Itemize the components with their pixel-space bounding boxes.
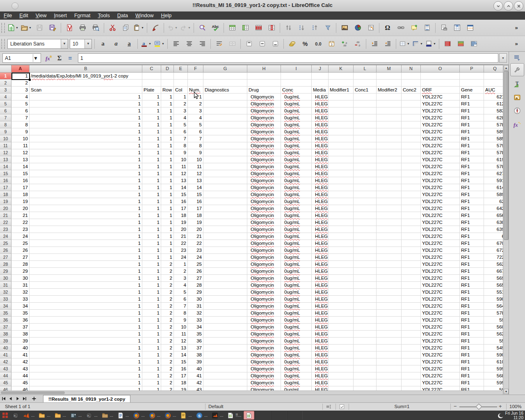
cell-C37[interactable]: 1	[142, 324, 161, 331]
cell-E33[interactable]: 6	[174, 296, 188, 303]
cell-M16[interactable]	[377, 177, 402, 184]
cell-E30[interactable]: 3	[174, 275, 188, 282]
cell-H26[interactable]: Oligomycin	[247, 247, 281, 254]
cell-H44[interactable]: Oligomycin	[247, 372, 281, 379]
dropdown-arrow-icon[interactable]: ▼	[141, 26, 144, 29]
cell-L41[interactable]	[354, 352, 377, 358]
cell-G31[interactable]	[203, 282, 247, 289]
row-header-21[interactable]: 21	[0, 212, 11, 219]
font-size-dropdown-icon[interactable]: ▼	[84, 39, 91, 48]
cell-C20[interactable]: 1	[142, 205, 161, 212]
cell-J21[interactable]: HLEG	[312, 212, 329, 219]
cell-G27[interactable]	[203, 254, 247, 261]
cell-E5[interactable]: 2	[174, 100, 188, 107]
cell-F8[interactable]: 5	[188, 121, 203, 128]
borders-button[interactable]: ▼	[398, 38, 411, 50]
navigator-tab[interactable]	[511, 105, 524, 117]
cell-E18[interactable]: 15	[174, 191, 188, 198]
insert-mode-icon[interactable]	[326, 404, 332, 410]
cell-P5[interactable]: RF1	[460, 100, 484, 107]
cell-N31[interactable]	[402, 282, 421, 289]
row-header-26[interactable]: 26	[0, 247, 11, 254]
cell-H37[interactable]: Oligomycin	[247, 324, 281, 331]
cell-A10[interactable]: 10	[11, 135, 30, 142]
cell-G4[interactable]	[203, 94, 247, 100]
menu-tools[interactable]: Tools	[94, 11, 113, 20]
cell-F9[interactable]: 6	[188, 128, 203, 135]
equals-button[interactable]: =	[65, 53, 75, 63]
cell-K32[interactable]	[329, 289, 354, 296]
cell-O3[interactable]: ORF	[421, 87, 460, 94]
cell-J2[interactable]	[312, 80, 329, 87]
cell-G7[interactable]	[203, 114, 247, 121]
cell-B24[interactable]: 1	[30, 233, 142, 240]
cell-N17[interactable]	[402, 184, 421, 191]
row-header-41[interactable]: 41	[0, 352, 11, 358]
cell-G38[interactable]	[203, 331, 247, 338]
cell-N32[interactable]	[402, 289, 421, 296]
cell-N14[interactable]	[402, 163, 421, 170]
cell-K6[interactable]	[329, 107, 354, 114]
cell-M14[interactable]	[377, 163, 402, 170]
cell-J44[interactable]: HLEG	[312, 372, 329, 379]
cell-J37[interactable]: HLEG	[312, 324, 329, 331]
column-header-P[interactable]: P	[460, 65, 484, 73]
cell-Q20[interactable]: 642	[484, 205, 503, 212]
sort-ascending-button[interactable]	[295, 22, 308, 34]
cell-O13[interactable]: YDL227C	[421, 156, 460, 163]
currency-button[interactable]	[286, 38, 298, 50]
cell-G44[interactable]	[203, 372, 247, 379]
cell-J9[interactable]: HLEG	[312, 128, 329, 135]
cell-B6[interactable]: 1	[30, 107, 142, 114]
row-header-20[interactable]: 20	[0, 205, 11, 212]
cell-K14[interactable]	[329, 163, 354, 170]
cell-M25[interactable]	[377, 240, 402, 247]
cell-H21[interactable]: Oligomycin	[247, 212, 281, 219]
column-header-N[interactable]: N	[402, 65, 421, 73]
menu-format[interactable]: Format	[71, 11, 94, 20]
cell-H34[interactable]: Oligomycin	[247, 303, 281, 310]
cell-A39[interactable]: 39	[11, 338, 30, 345]
toolbar-grip[interactable]	[1, 39, 5, 49]
cell-A2[interactable]: 2	[11, 80, 30, 87]
cell-C44[interactable]: 1	[142, 372, 161, 379]
cell-I36[interactable]: 0ug/mL	[281, 317, 312, 324]
cell-H35[interactable]: Oligomycin	[247, 310, 281, 317]
menu-view[interactable]: View	[32, 11, 50, 20]
cell-Q27[interactable]: 722	[484, 254, 503, 261]
cell-Q31[interactable]: 565	[484, 282, 503, 289]
cell-B8[interactable]: 1	[30, 121, 142, 128]
cell-M28[interactable]	[377, 261, 402, 268]
cell-Q25[interactable]: 670	[484, 240, 503, 247]
cell-D36[interactable]: 2	[161, 317, 174, 324]
cell-D16[interactable]: 1	[161, 177, 174, 184]
cell-E45[interactable]: 18	[174, 379, 188, 386]
toolbar-overflow-button[interactable]: »	[510, 38, 523, 50]
column-header-E[interactable]: E	[174, 65, 188, 73]
row-header-33[interactable]: 33	[0, 296, 11, 303]
cell-P19[interactable]: RF1	[460, 198, 484, 205]
cell-O42[interactable]: YDL227C	[421, 358, 460, 365]
cell-L19[interactable]	[354, 198, 377, 205]
cell-A7[interactable]: 7	[11, 114, 30, 121]
cell-H17[interactable]: Oligomycin	[247, 184, 281, 191]
cell-L45[interactable]	[354, 379, 377, 386]
cell-E2[interactable]	[174, 80, 188, 87]
cell-F41[interactable]: 38	[188, 352, 203, 358]
cell-D31[interactable]: 2	[161, 282, 174, 289]
cell-C17[interactable]: 1	[142, 184, 161, 191]
cell-M29[interactable]	[377, 268, 402, 275]
cell-Q7[interactable]: 628	[484, 114, 503, 121]
cell-Q44[interactable]: 568	[484, 372, 503, 379]
new-spreadsheet-button[interactable]: ▼	[7, 22, 19, 34]
cell-K24[interactable]	[329, 233, 354, 240]
zoom-in-icon[interactable]: +	[499, 403, 502, 409]
align-bottom-button[interactable]	[269, 38, 281, 50]
cell-F25[interactable]: 22	[188, 240, 203, 247]
cell-C5[interactable]: 1	[142, 100, 161, 107]
cell-J33[interactable]: HLEG	[312, 296, 329, 303]
name-box-dropdown-icon[interactable]: ▼	[33, 54, 40, 62]
cell-G22[interactable]	[203, 219, 247, 226]
cell-I43[interactable]: 0ug/mL	[281, 365, 312, 372]
cell-L1[interactable]	[354, 73, 377, 80]
